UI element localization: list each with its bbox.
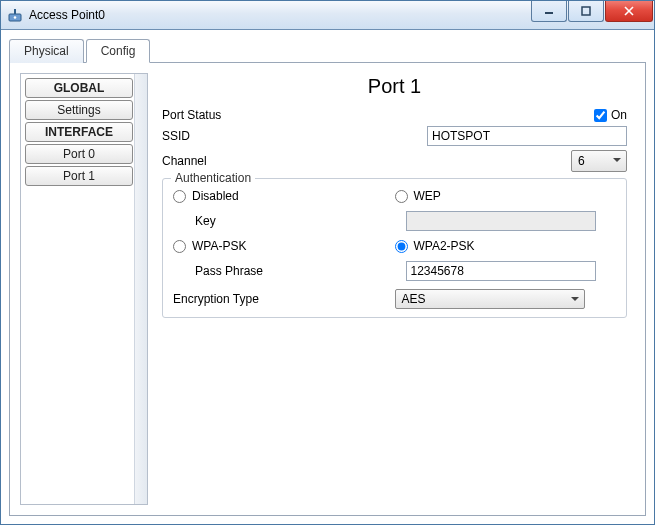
auth-legend: Authentication bbox=[171, 171, 255, 185]
auth-radio-wpapsk[interactable] bbox=[173, 240, 186, 253]
auth-enc-select[interactable]: AES bbox=[395, 289, 585, 309]
channel-select[interactable]: 6 bbox=[571, 150, 627, 172]
config-panel: GLOBAL Settings INTERFACE Port 0 Port 1 … bbox=[9, 63, 646, 516]
svg-point-2 bbox=[14, 16, 17, 19]
port-status-checkbox[interactable] bbox=[594, 109, 607, 122]
auth-enc-label: Encryption Type bbox=[173, 292, 259, 306]
app-icon bbox=[7, 7, 23, 23]
row-port-status: Port Status On bbox=[162, 108, 627, 122]
ssid-input[interactable] bbox=[427, 126, 627, 146]
titlebar: Access Point0 bbox=[1, 1, 654, 30]
sidebar-item-port1[interactable]: Port 1 bbox=[25, 166, 133, 186]
maximize-button[interactable] bbox=[568, 1, 604, 22]
main-pane: Port 1 Port Status On SSID Channel bbox=[148, 73, 635, 505]
page-title: Port 1 bbox=[162, 75, 627, 98]
row-ssid: SSID bbox=[162, 126, 627, 146]
row-channel: Channel 6 bbox=[162, 150, 627, 172]
sidebar: GLOBAL Settings INTERFACE Port 0 Port 1 bbox=[20, 73, 148, 505]
auth-radio-wpa2psk[interactable] bbox=[395, 240, 408, 253]
auth-groupbox: Authentication Disabled WEP Key WPA-PSK … bbox=[162, 178, 627, 318]
port-status-on-label: On bbox=[611, 108, 627, 122]
tabstrip: Physical Config bbox=[9, 38, 646, 63]
auth-key-input[interactable] bbox=[406, 211, 596, 231]
sidebar-header-interface[interactable]: INTERFACE bbox=[25, 122, 133, 142]
content-area: Physical Config GLOBAL Settings INTERFAC… bbox=[1, 30, 654, 524]
auth-pass-label: Pass Phrase bbox=[195, 264, 263, 278]
tab-config[interactable]: Config bbox=[86, 39, 151, 63]
auth-disabled-label: Disabled bbox=[192, 189, 239, 203]
sidebar-scrollbar[interactable] bbox=[134, 74, 147, 504]
port-status-label: Port Status bbox=[162, 108, 362, 122]
auth-wep-label: WEP bbox=[414, 189, 441, 203]
tab-physical[interactable]: Physical bbox=[9, 39, 84, 63]
minimize-button[interactable] bbox=[531, 1, 567, 22]
auth-key-label: Key bbox=[195, 214, 216, 228]
auth-pass-input[interactable] bbox=[406, 261, 596, 281]
auth-radio-wep[interactable] bbox=[395, 190, 408, 203]
svg-rect-1 bbox=[14, 9, 16, 14]
close-button[interactable] bbox=[605, 1, 653, 22]
svg-rect-3 bbox=[545, 12, 553, 14]
svg-rect-4 bbox=[582, 7, 590, 15]
app-window: Access Point0 Physical Config GLOBAL Set… bbox=[0, 0, 655, 525]
auth-wpa2psk-label: WPA2-PSK bbox=[414, 239, 475, 253]
sidebar-item-settings[interactable]: Settings bbox=[25, 100, 133, 120]
window-title: Access Point0 bbox=[29, 8, 531, 22]
ssid-label: SSID bbox=[162, 129, 362, 143]
auth-wpapsk-label: WPA-PSK bbox=[192, 239, 246, 253]
sidebar-item-port0[interactable]: Port 0 bbox=[25, 144, 133, 164]
window-controls bbox=[531, 1, 654, 29]
auth-radio-disabled[interactable] bbox=[173, 190, 186, 203]
sidebar-header-global[interactable]: GLOBAL bbox=[25, 78, 133, 98]
channel-label: Channel bbox=[162, 154, 362, 168]
